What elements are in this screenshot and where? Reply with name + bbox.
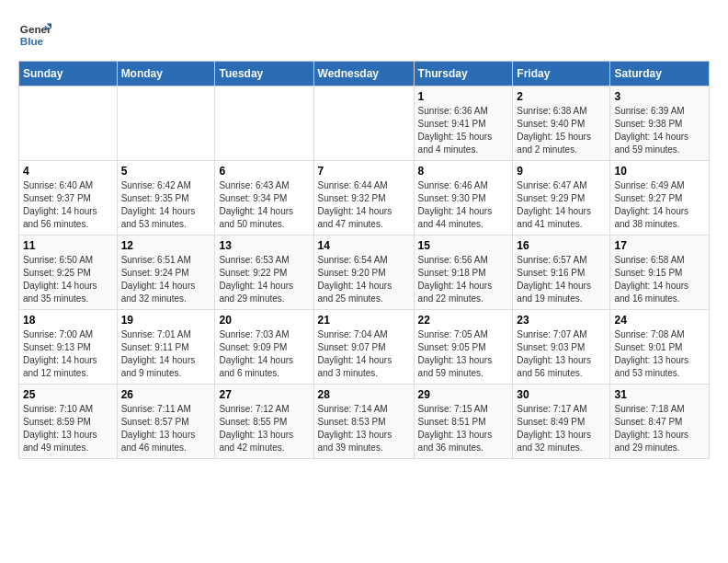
logo: General Blue <box>18 18 51 52</box>
day-number: 25 <box>23 388 113 401</box>
day-number: 10 <box>614 165 705 178</box>
week-row-4: 18Sunrise: 7:00 AM Sunset: 9:13 PM Dayli… <box>19 310 710 385</box>
day-info: Sunrise: 7:17 AM Sunset: 8:49 PM Dayligh… <box>517 403 606 454</box>
day-number: 31 <box>614 388 705 401</box>
day-info: Sunrise: 6:40 AM Sunset: 9:37 PM Dayligh… <box>23 179 113 231</box>
svg-text:Blue: Blue <box>20 35 44 47</box>
day-number: 21 <box>318 314 410 327</box>
day-number: 24 <box>614 314 705 327</box>
day-number: 28 <box>318 388 410 401</box>
day-info: Sunrise: 7:12 AM Sunset: 8:55 PM Dayligh… <box>219 403 309 454</box>
calendar-cell: 12Sunrise: 6:51 AM Sunset: 9:24 PM Dayli… <box>117 236 215 310</box>
week-row-1: 1Sunrise: 6:36 AM Sunset: 9:41 PM Daylig… <box>19 86 710 161</box>
day-number: 16 <box>517 239 606 252</box>
day-number: 17 <box>614 239 705 252</box>
calendar-cell: 28Sunrise: 7:14 AM Sunset: 8:53 PM Dayli… <box>313 385 414 459</box>
calendar-table: SundayMondayTuesdayWednesdayThursdayFrid… <box>18 61 710 459</box>
day-number: 19 <box>121 314 211 327</box>
day-info: Sunrise: 6:54 AM Sunset: 9:20 PM Dayligh… <box>318 254 410 305</box>
calendar-cell: 16Sunrise: 6:57 AM Sunset: 9:16 PM Dayli… <box>513 236 610 310</box>
day-number: 11 <box>23 239 113 252</box>
day-number: 7 <box>318 165 410 178</box>
day-info: Sunrise: 6:42 AM Sunset: 9:35 PM Dayligh… <box>121 179 211 231</box>
day-number: 4 <box>23 165 113 178</box>
day-number: 29 <box>418 388 509 401</box>
day-number: 1 <box>418 90 509 103</box>
calendar-cell: 10Sunrise: 6:49 AM Sunset: 9:27 PM Dayli… <box>610 161 710 236</box>
day-info: Sunrise: 6:56 AM Sunset: 9:18 PM Dayligh… <box>418 254 509 305</box>
day-number: 12 <box>121 239 211 252</box>
calendar-cell <box>117 86 215 161</box>
day-info: Sunrise: 7:10 AM Sunset: 8:59 PM Dayligh… <box>23 403 113 454</box>
calendar-cell: 26Sunrise: 7:11 AM Sunset: 8:57 PM Dayli… <box>117 385 215 459</box>
day-header-thursday: Thursday <box>414 62 513 86</box>
calendar-cell: 13Sunrise: 6:53 AM Sunset: 9:22 PM Dayli… <box>215 236 313 310</box>
day-info: Sunrise: 7:01 AM Sunset: 9:11 PM Dayligh… <box>121 328 211 380</box>
header-row: SundayMondayTuesdayWednesdayThursdayFrid… <box>19 62 710 86</box>
calendar-cell: 5Sunrise: 6:42 AM Sunset: 9:35 PM Daylig… <box>117 161 215 236</box>
day-info: Sunrise: 6:57 AM Sunset: 9:16 PM Dayligh… <box>517 254 606 305</box>
day-number: 2 <box>517 90 606 103</box>
calendar-cell: 4Sunrise: 6:40 AM Sunset: 9:37 PM Daylig… <box>19 161 118 236</box>
day-header-tuesday: Tuesday <box>215 62 313 86</box>
calendar-cell: 1Sunrise: 6:36 AM Sunset: 9:41 PM Daylig… <box>414 86 513 161</box>
day-info: Sunrise: 6:47 AM Sunset: 9:29 PM Dayligh… <box>517 179 606 231</box>
day-info: Sunrise: 6:49 AM Sunset: 9:27 PM Dayligh… <box>614 179 705 231</box>
day-number: 9 <box>517 165 606 178</box>
calendar-cell: 2Sunrise: 6:38 AM Sunset: 9:40 PM Daylig… <box>513 86 610 161</box>
day-number: 14 <box>318 239 410 252</box>
day-number: 8 <box>418 165 509 178</box>
calendar-cell: 31Sunrise: 7:18 AM Sunset: 8:47 PM Dayli… <box>610 385 710 459</box>
calendar-cell: 6Sunrise: 6:43 AM Sunset: 9:34 PM Daylig… <box>215 161 313 236</box>
calendar-cell <box>313 86 414 161</box>
calendar-cell: 29Sunrise: 7:15 AM Sunset: 8:51 PM Dayli… <box>414 385 513 459</box>
day-info: Sunrise: 6:50 AM Sunset: 9:25 PM Dayligh… <box>23 254 113 305</box>
day-info: Sunrise: 7:05 AM Sunset: 9:05 PM Dayligh… <box>418 328 509 380</box>
logo-icon: General Blue <box>18 18 51 52</box>
week-row-5: 25Sunrise: 7:10 AM Sunset: 8:59 PM Dayli… <box>19 385 710 459</box>
day-info: Sunrise: 7:04 AM Sunset: 9:07 PM Dayligh… <box>318 328 410 380</box>
day-number: 27 <box>219 388 309 401</box>
day-info: Sunrise: 7:07 AM Sunset: 9:03 PM Dayligh… <box>517 328 606 380</box>
day-number: 3 <box>614 90 705 103</box>
day-header-friday: Friday <box>513 62 610 86</box>
day-number: 13 <box>219 239 309 252</box>
calendar-cell: 27Sunrise: 7:12 AM Sunset: 8:55 PM Dayli… <box>215 385 313 459</box>
day-info: Sunrise: 7:18 AM Sunset: 8:47 PM Dayligh… <box>614 403 705 454</box>
calendar-cell: 11Sunrise: 6:50 AM Sunset: 9:25 PM Dayli… <box>19 236 118 310</box>
calendar-cell: 23Sunrise: 7:07 AM Sunset: 9:03 PM Dayli… <box>513 310 610 385</box>
calendar-cell <box>19 86 118 161</box>
calendar-cell: 20Sunrise: 7:03 AM Sunset: 9:09 PM Dayli… <box>215 310 313 385</box>
day-info: Sunrise: 6:39 AM Sunset: 9:38 PM Dayligh… <box>614 105 705 156</box>
day-header-sunday: Sunday <box>19 62 118 86</box>
week-row-2: 4Sunrise: 6:40 AM Sunset: 9:37 PM Daylig… <box>19 161 710 236</box>
page-header: General Blue <box>18 18 710 52</box>
calendar-cell: 15Sunrise: 6:56 AM Sunset: 9:18 PM Dayli… <box>414 236 513 310</box>
calendar-cell: 8Sunrise: 6:46 AM Sunset: 9:30 PM Daylig… <box>414 161 513 236</box>
day-info: Sunrise: 7:00 AM Sunset: 9:13 PM Dayligh… <box>23 328 113 380</box>
day-info: Sunrise: 6:36 AM Sunset: 9:41 PM Dayligh… <box>418 105 509 156</box>
day-info: Sunrise: 6:58 AM Sunset: 9:15 PM Dayligh… <box>614 254 705 305</box>
calendar-cell: 7Sunrise: 6:44 AM Sunset: 9:32 PM Daylig… <box>313 161 414 236</box>
day-number: 18 <box>23 314 113 327</box>
day-number: 23 <box>517 314 606 327</box>
day-info: Sunrise: 6:38 AM Sunset: 9:40 PM Dayligh… <box>517 105 606 156</box>
calendar-cell: 3Sunrise: 6:39 AM Sunset: 9:38 PM Daylig… <box>610 86 710 161</box>
day-info: Sunrise: 6:46 AM Sunset: 9:30 PM Dayligh… <box>418 179 509 231</box>
day-header-wednesday: Wednesday <box>313 62 414 86</box>
day-number: 15 <box>418 239 509 252</box>
day-info: Sunrise: 7:15 AM Sunset: 8:51 PM Dayligh… <box>418 403 509 454</box>
day-number: 6 <box>219 165 309 178</box>
day-info: Sunrise: 6:43 AM Sunset: 9:34 PM Dayligh… <box>219 179 309 231</box>
day-header-monday: Monday <box>117 62 215 86</box>
day-number: 26 <box>121 388 211 401</box>
calendar-cell: 25Sunrise: 7:10 AM Sunset: 8:59 PM Dayli… <box>19 385 118 459</box>
calendar-cell: 22Sunrise: 7:05 AM Sunset: 9:05 PM Dayli… <box>414 310 513 385</box>
calendar-cell: 17Sunrise: 6:58 AM Sunset: 9:15 PM Dayli… <box>610 236 710 310</box>
day-number: 5 <box>121 165 211 178</box>
day-info: Sunrise: 6:44 AM Sunset: 9:32 PM Dayligh… <box>318 179 410 231</box>
calendar-cell: 24Sunrise: 7:08 AM Sunset: 9:01 PM Dayli… <box>610 310 710 385</box>
calendar-cell: 21Sunrise: 7:04 AM Sunset: 9:07 PM Dayli… <box>313 310 414 385</box>
day-info: Sunrise: 7:11 AM Sunset: 8:57 PM Dayligh… <box>121 403 211 454</box>
day-info: Sunrise: 7:08 AM Sunset: 9:01 PM Dayligh… <box>614 328 705 380</box>
